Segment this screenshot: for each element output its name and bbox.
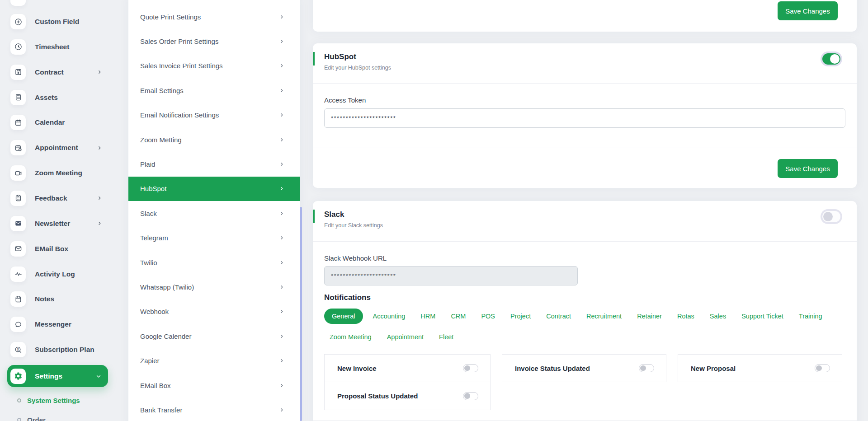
chevron-right-icon	[279, 137, 285, 143]
app-root: Custom FieldTimesheetContractAssetsCalen…	[0, 0, 868, 421]
tab-hrm[interactable]: HRM	[415, 309, 441, 324]
divider	[313, 148, 857, 148]
menu-item-twilio[interactable]: Twilio	[128, 250, 300, 275]
notification-options: New InvoiceInvoice Status UpdatedNew Pro…	[324, 354, 842, 410]
sidebar-item-newsletter[interactable]: Newsletter	[10, 216, 103, 231]
menu-item-label: Zapier	[140, 357, 279, 365]
sidebar-item-zoom-meeting[interactable]: Zoom Meeting	[10, 165, 103, 181]
menu-item-label: Bank Transfer	[140, 406, 279, 414]
sidebar-item-label: Contract	[35, 68, 64, 76]
menu-item-webhook[interactable]: Webhook	[128, 299, 300, 324]
tab-retainer[interactable]: Retainer	[632, 309, 667, 324]
tab-sales[interactable]: Sales	[704, 309, 731, 324]
hubspot-toggle[interactable]	[822, 53, 840, 65]
partial-icon	[10, 0, 26, 6]
chevron-right-icon	[279, 161, 285, 167]
tab-appointment[interactable]: Appointment	[382, 329, 429, 345]
sidebar-item-appointment[interactable]: Appointment	[10, 140, 103, 155]
sidebar-item-calendar[interactable]: Calendar	[10, 115, 103, 130]
divider	[313, 241, 857, 242]
chevron-right-icon	[279, 383, 285, 388]
sidebar-item-feedback[interactable]: Feedback	[10, 191, 103, 206]
menu-item-sales-order-print-settings[interactable]: Sales Order Print Settings	[128, 29, 300, 53]
menu-item-bank-transfer[interactable]: Bank Transfer	[128, 398, 300, 421]
menu-item-telegram[interactable]: Telegram	[128, 226, 300, 250]
tab-fleet[interactable]: Fleet	[434, 329, 459, 345]
menu-item-whatsapp-twilio-[interactable]: Whatsapp (Twilio)	[128, 275, 300, 299]
option-toggle[interactable]	[639, 364, 654, 372]
gear-icon	[10, 369, 26, 384]
menu-item-email-notification-settings[interactable]: Email Notification Settings	[128, 103, 300, 127]
chevron-right-icon	[97, 145, 103, 151]
chevron-right-icon	[279, 210, 285, 216]
chevron-right-icon	[279, 309, 285, 314]
main-content: Save Changes HubSpot Edit your HubSpot s…	[313, 0, 857, 421]
tab-accounting[interactable]: Accounting	[368, 309, 411, 324]
appointment-icon	[10, 140, 26, 155]
menu-item-google-calender[interactable]: Google Calender	[128, 324, 300, 348]
menu-item-label: Email Settings	[140, 87, 279, 94]
sidebar-item-notes[interactable]: Notes	[10, 291, 103, 307]
menu-item-hubspot[interactable]: HubSpot	[128, 177, 300, 201]
divider	[313, 420, 857, 421]
settings-label: Settings	[35, 372, 95, 380]
menu-item-zoom-metting[interactable]: Zoom Metting	[128, 127, 300, 152]
tab-zoom-meeting[interactable]: Zoom Meeting	[324, 329, 377, 345]
submenu-item-label: System Settings	[27, 397, 80, 404]
menu-item-plaid[interactable]: Plaid	[128, 152, 300, 176]
sidebar-item-subscription-plan[interactable]: $Subscription Plan	[10, 342, 103, 357]
sidebar-item-label: Appointment	[35, 144, 78, 152]
sidebar-item-timesheet[interactable]: Timesheet	[10, 39, 103, 55]
tab-support-ticket[interactable]: Support Ticket	[736, 309, 789, 324]
tab-contract[interactable]: Contract	[541, 309, 576, 324]
notification-tabs: GeneralAccountingHRMCRMPOSProjectContrac…	[324, 309, 840, 345]
hubspot-card: HubSpot Edit your HubSpot settings Acces…	[313, 43, 857, 188]
tab-recruitment[interactable]: Recruitment	[581, 309, 627, 324]
save-button[interactable]: Save Changes	[778, 159, 838, 178]
notifications-heading: Notifications	[324, 293, 371, 302]
chevron-right-icon	[279, 112, 285, 118]
sidebar-item-email-box[interactable]: EMail Box	[10, 241, 103, 257]
submenu-item-system-settings[interactable]: System Settings	[17, 396, 80, 405]
scrollbar-thumb[interactable]	[300, 207, 302, 421]
option-toggle[interactable]	[815, 364, 830, 372]
sidebar-item-activity-log[interactable]: Activity Log	[10, 267, 103, 282]
menu-item-sales-invoice-print-settings[interactable]: Sales Invoice Print Settings	[128, 54, 300, 78]
tab-rotas[interactable]: Rotas	[672, 309, 700, 324]
sidebar-item-contract[interactable]: Contract	[10, 65, 103, 80]
tab-project[interactable]: Project	[505, 309, 536, 324]
sidebar-item-custom-field[interactable]: Custom Field	[10, 14, 103, 29]
bullet-icon	[17, 418, 21, 421]
sidebar-item-label: Custom Field	[35, 18, 79, 26]
menu-item-email-settings[interactable]: Email Settings	[128, 78, 300, 103]
sidebar-item-label: Notes	[35, 295, 54, 303]
tab-pos[interactable]: POS	[476, 309, 500, 324]
menu-item-quote-print-settings[interactable]: Quote Print Settings	[128, 5, 300, 29]
sidebar-item-label: Messenger	[35, 320, 71, 328]
menu-item-label: Whatsapp (Twilio)	[140, 283, 279, 291]
option-invoice-status-updated: Invoice Status Updated	[502, 354, 666, 382]
option-toggle[interactable]	[463, 392, 478, 400]
menu-item-zapier[interactable]: Zapier	[128, 348, 300, 373]
slack-toggle[interactable]	[822, 211, 840, 222]
tab-crm[interactable]: CRM	[445, 309, 471, 324]
sidebar-item-settings[interactable]: Settings	[7, 365, 108, 387]
save-button[interactable]: Save Changes	[778, 1, 838, 20]
tab-general[interactable]: General	[324, 309, 363, 324]
option-toggle[interactable]	[463, 364, 478, 372]
chevron-right-icon	[279, 284, 285, 290]
submenu-item-order[interactable]: Order	[17, 415, 46, 421]
card-subtitle: Edit your HubSpot settings	[324, 65, 391, 71]
option-label: Proposal Status Updated	[337, 392, 418, 400]
tab-training[interactable]: Training	[793, 309, 828, 324]
sidebar-item-assets[interactable]: Assets	[10, 90, 103, 105]
chat-bubble-icon	[10, 317, 26, 332]
chevron-right-icon	[279, 186, 285, 192]
slack-webhook-input[interactable]	[324, 266, 578, 285]
menu-item-email-box[interactable]: EMail Box	[128, 373, 300, 398]
menu-item-label: Zoom Metting	[140, 136, 279, 144]
sidebar-item-messenger[interactable]: Messenger	[10, 317, 103, 332]
menu-item-slack[interactable]: Slack	[128, 201, 300, 225]
sidebar-item-label: Activity Log	[35, 270, 75, 278]
access-token-input[interactable]	[324, 108, 845, 128]
